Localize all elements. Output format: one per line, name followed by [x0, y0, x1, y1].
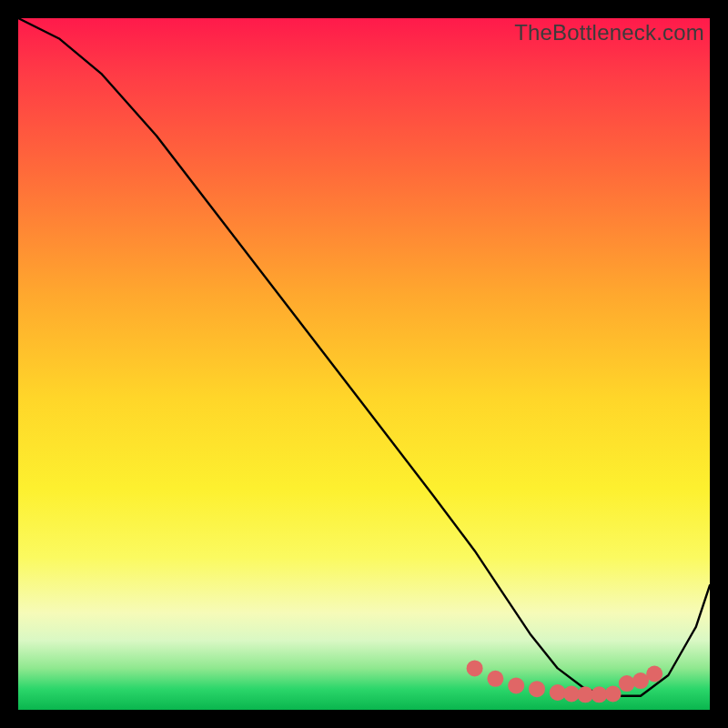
highlight-dot [550, 684, 566, 701]
highlight-dot [487, 671, 503, 687]
highlight-dot [605, 686, 622, 703]
highlight-dot [467, 660, 483, 676]
chart-plot-area: TheBottleneck.com [18, 18, 710, 710]
highlight-dot [646, 666, 662, 682]
bottleneck-curve-line [18, 18, 710, 696]
highlight-dot [619, 675, 635, 692]
chart-svg [18, 18, 710, 710]
highlight-dot [529, 681, 545, 697]
highlight-dot [508, 677, 524, 693]
chart-frame: TheBottleneck.com [0, 0, 728, 728]
